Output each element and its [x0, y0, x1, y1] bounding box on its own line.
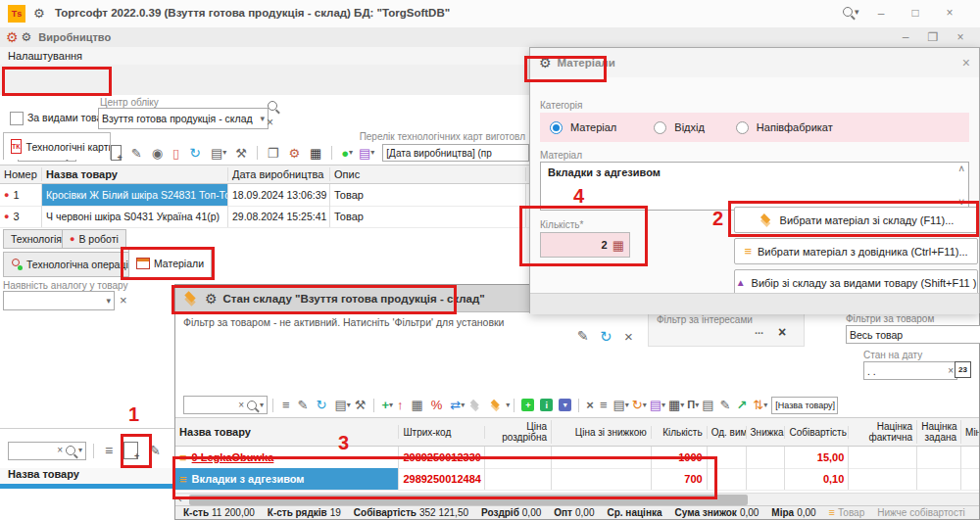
scroll-up-icon[interactable]: ˄	[958, 165, 964, 174]
col-discount-price[interactable]: Ціна зі знижкою	[552, 426, 652, 439]
search-icon[interactable]	[268, 101, 277, 111]
filter-icon[interactable]: ≡	[105, 444, 113, 457]
clear-filter-icon[interactable]: ×	[624, 329, 633, 344]
select-by-goods-button[interactable]: ▲ Вибір зі складу за видами товару (Shif…	[734, 269, 978, 296]
bottom-list-header[interactable]: Назва товару	[0, 468, 174, 484]
edit-icon[interactable]: ✎	[149, 444, 161, 457]
sort-combo[interactable]: [Дата виробництва] (пр	[382, 144, 529, 162]
refresh-icon[interactable]: ↻	[317, 399, 327, 411]
opt-doc-icon[interactable]: ▤	[702, 399, 713, 411]
edit-list-icon[interactable]: ✎	[720, 399, 731, 411]
col-name[interactable]: Назва товару	[175, 425, 399, 439]
menu-settings[interactable]: Налаштування	[8, 50, 82, 62]
calculator-icon[interactable]: ▦	[612, 239, 624, 252]
by-goods-checkbox[interactable]	[10, 112, 24, 125]
clear-icon[interactable]: ×	[267, 117, 273, 128]
radio-material[interactable]	[550, 121, 563, 134]
arrow-up-icon[interactable]: ↑	[397, 399, 404, 411]
date-field[interactable]: . .×	[863, 361, 957, 380]
col-name[interactable]: Назва товару	[42, 167, 228, 181]
grid-icon[interactable]: ▤	[612, 399, 624, 411]
mdi-minimize-button[interactable]: –	[892, 30, 919, 44]
rows-icon[interactable]: ≡	[600, 399, 608, 411]
report-icon[interactable]: ▤	[211, 147, 222, 160]
delete-icon[interactable]: ▯	[172, 147, 179, 160]
col-qty[interactable]: Кількість	[652, 426, 708, 439]
scrollbar-thumb[interactable]	[189, 495, 748, 505]
print-icon[interactable]: ▤	[359, 147, 370, 160]
quick-search-box[interactable]: ×▾	[8, 442, 86, 460]
view-icon[interactable]: ◉	[152, 147, 163, 160]
edit-icon[interactable]: ✎	[298, 399, 309, 411]
report-icon[interactable]: ▤	[334, 399, 346, 411]
col-margin-set[interactable]: Націнка задана	[917, 420, 961, 444]
table-row[interactable]: ●3 Ч червоні шкіра S0431 Україна 41(р) 2…	[0, 206, 529, 228]
material-field[interactable]: Вкладки з адгезивом ˄ ˅	[540, 162, 969, 211]
pi-icon[interactable]: П	[687, 400, 695, 410]
swap-icon[interactable]: ⇄	[450, 399, 461, 411]
tab-tech-operation[interactable]: Технологічна операція	[3, 252, 141, 277]
col-retail[interactable]: Ціна роздрібна	[485, 420, 552, 444]
edit-icon[interactable]: ✎	[131, 147, 142, 160]
select-from-catalog-button[interactable]: ≡ Вибрати матеріал з довідника (Ctrl+F11…	[734, 238, 978, 264]
add-icon[interactable]: +	[521, 399, 534, 411]
col-date[interactable]: Дата виробництва	[228, 167, 330, 181]
filter-icon[interactable]: ≡	[282, 399, 290, 411]
download-icon[interactable]: ▼	[559, 399, 571, 411]
quick-search-box[interactable]: ×▾	[183, 396, 268, 414]
add-document-icon[interactable]	[123, 442, 138, 459]
save-grid-icon[interactable]: ▦	[411, 399, 422, 411]
tab-tech-cards[interactable]: ТК Технологічні карти	[3, 132, 111, 160]
col-min[interactable]: Мін	[961, 426, 979, 439]
col-desc[interactable]: Опис	[330, 167, 526, 181]
refresh-color-icon[interactable]: ↻	[632, 399, 643, 411]
layers-gray-icon[interactable]	[469, 400, 482, 410]
camera-icon[interactable]: ▦	[668, 399, 680, 411]
move-icon[interactable]: +	[381, 399, 389, 411]
add-document-icon[interactable]	[111, 145, 122, 161]
tab-in-work[interactable]: ●В роботі	[62, 229, 126, 249]
edit-filter-icon[interactable]: ✎	[577, 329, 589, 343]
goods-filter-combo[interactable]: Весь товар	[846, 325, 980, 344]
info-icon[interactable]: i	[540, 399, 553, 411]
qty-field[interactable]: 2 ▦	[540, 232, 630, 258]
minimize-button[interactable]: –	[867, 7, 895, 21]
close-button[interactable]: ×	[936, 6, 963, 20]
mdi-close-button[interactable]: ×	[947, 30, 974, 44]
status-dot-icon[interactable]: ●	[341, 147, 349, 160]
refresh-icon[interactable]: ↻	[600, 329, 612, 344]
tools-icon[interactable]: ⚒	[235, 147, 247, 160]
copy-icon[interactable]: ❐	[268, 147, 279, 160]
col-cost[interactable]: Собівартість	[785, 426, 849, 439]
calendar-icon[interactable]: 23	[955, 361, 971, 378]
table-row-selected[interactable]: ≡Вкладки з адгезивом 2989250012484 700 0…	[175, 468, 979, 491]
col-unit[interactable]: Од. вим.	[708, 426, 747, 439]
col-num[interactable]: Номер	[0, 167, 42, 181]
table-row[interactable]: ≡9 LegkaObuwka 2989250012330 1000 15,00	[175, 447, 979, 469]
global-search-button[interactable]: ▾	[843, 7, 859, 17]
analog-combo[interactable]: ▾	[3, 291, 115, 310]
tab-materials[interactable]: Матеріали	[128, 249, 212, 277]
more-button[interactable]: ...	[755, 324, 763, 336]
close-icon[interactable]: ×	[962, 56, 970, 70]
gears-icon[interactable]: ⚙	[288, 147, 300, 160]
horizontal-scrollbar[interactable]: ‹	[175, 493, 979, 506]
calculator-icon[interactable]: ▦	[310, 147, 321, 160]
col-barcode[interactable]: Штрих-код	[399, 426, 485, 439]
radio-semi[interactable]	[736, 121, 749, 134]
sort-arrows-icon[interactable]: ⇅	[753, 399, 763, 411]
select-from-stock-button[interactable]: Вибрати матеріал зі складу (F11)...	[734, 207, 978, 233]
table-row[interactable]: ●1 Кросівки Ж Білий шкіра S24831 Топ-Топ…	[0, 184, 529, 207]
tools-icon[interactable]: ⚒	[355, 399, 367, 411]
col-margin-actual[interactable]: Націнка фактична	[849, 420, 917, 444]
col-discount[interactable]: Знижка	[747, 426, 786, 439]
chart-icon[interactable]: ↗	[736, 399, 747, 411]
mdi-restore-button[interactable]: ❐	[919, 30, 947, 44]
layers-orange-icon[interactable]	[490, 400, 503, 410]
clear-icon[interactable]: ×	[586, 399, 594, 411]
radio-waste[interactable]	[654, 121, 666, 134]
clear-icon[interactable]: ×	[120, 294, 127, 307]
scroll-left-icon[interactable]: ‹	[178, 494, 182, 504]
tab-technology[interactable]: Технологія	[3, 229, 70, 249]
refresh-icon[interactable]: ↻	[189, 146, 201, 160]
